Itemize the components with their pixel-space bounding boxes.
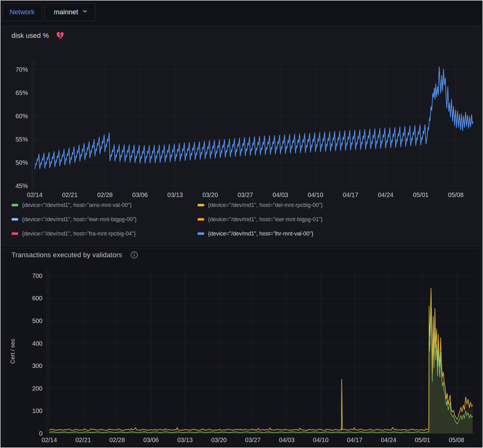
panel-disk-used-title[interactable]: disk used % [11, 32, 49, 40]
dashboard: Network mainnet disk used % 02/1402/2102… [1, 1, 482, 446]
svg-text:04/03: 04/03 [273, 191, 288, 198]
network-variable-label: Network [2, 3, 42, 21]
svg-text:500: 500 [32, 317, 42, 324]
legend-item-5[interactable]: {device="/dev/md1", host="lhr-mnt-val-00… [197, 231, 474, 237]
heart-break-icon[interactable] [56, 31, 64, 40]
svg-text:03/06: 03/06 [132, 191, 148, 198]
svg-text:04/10: 04/10 [313, 437, 329, 443]
svg-text:04/24: 04/24 [378, 191, 393, 198]
disk-used-legend: {device="/dev/md1", host="ams-mnt-val-00… [11, 202, 474, 237]
svg-text:02/28: 02/28 [109, 437, 125, 443]
svg-text:400: 400 [32, 340, 42, 347]
legend-swatch [11, 218, 18, 221]
svg-text:04/03: 04/03 [279, 437, 295, 443]
validator-transactions-chart[interactable]: 02/1402/2102/2803/0603/1303/2003/2704/03… [3, 249, 480, 444]
svg-text:03/27: 03/27 [237, 191, 253, 198]
legend-swatch [11, 204, 18, 206]
info-circle-icon[interactable] [130, 251, 138, 259]
panel-disk-used: disk used % 02/1402/2102/2803/0603/1303/… [2, 25, 481, 246]
chevron-down-icon [82, 8, 88, 16]
legend-item-2[interactable]: {device="/dev/md1", host="ewr-mnt-bigpg-… [11, 216, 197, 222]
legend-label: {device="/dev/md1", host="ewr-mnt-bigpg-… [22, 216, 137, 222]
svg-text:50%: 50% [16, 159, 28, 166]
svg-text:55%: 55% [16, 136, 28, 143]
svg-text:45%: 45% [16, 182, 28, 189]
svg-text:0: 0 [39, 430, 42, 437]
legend-swatch [197, 204, 204, 206]
svg-text:03/20: 03/20 [202, 191, 218, 198]
legend-swatch [197, 218, 204, 221]
legend-item-0[interactable]: {device="/dev/md1", host="ams-mnt-val-00… [11, 202, 197, 208]
svg-text:05/08: 05/08 [448, 191, 463, 198]
svg-text:70%: 70% [16, 66, 28, 73]
svg-text:04/17: 04/17 [343, 191, 358, 198]
svg-text:04/24: 04/24 [381, 437, 396, 443]
svg-text:02/21: 02/21 [62, 191, 78, 198]
svg-text:Cert / sec: Cert / sec [9, 338, 16, 364]
svg-text:300: 300 [32, 362, 42, 369]
svg-text:04/17: 04/17 [347, 437, 362, 443]
svg-text:03/13: 03/13 [167, 191, 183, 198]
legend-label: {device="/dev/md1", host="ewr-mnt-bigpg-… [208, 216, 323, 222]
svg-text:100: 100 [32, 407, 42, 414]
panel-validator-transactions-title[interactable]: Transactions executed by validators [11, 251, 122, 259]
disk-used-chart[interactable]: 02/1402/2102/2803/0603/1303/2003/2704/03… [3, 26, 480, 199]
dashboard-controls: Network mainnet [2, 2, 481, 24]
svg-text:05/01: 05/01 [415, 437, 430, 443]
network-label-text: Network [10, 8, 35, 16]
svg-text:04/10: 04/10 [308, 191, 323, 198]
legend-item-3[interactable]: {device="/dev/md1", host="ewr-mnt-bigpg-… [197, 216, 474, 222]
svg-text:03/13: 03/13 [177, 437, 193, 443]
svg-text:05/08: 05/08 [449, 437, 464, 443]
network-variable-dropdown[interactable]: mainnet [44, 3, 95, 21]
svg-text:700: 700 [32, 272, 42, 279]
svg-text:02/28: 02/28 [97, 191, 113, 198]
svg-text:02/14: 02/14 [27, 191, 42, 198]
legend-label: {device="/dev/md1", host="del-mnt-rpcbig… [208, 202, 323, 208]
network-value-text[interactable]: mainnet [54, 8, 78, 16]
legend-label: {device="/dev/md1", host="fra-mnt-rpcbig… [22, 231, 136, 237]
legend-item-4[interactable]: {device="/dev/md1", host="fra-mnt-rpcbig… [11, 231, 197, 237]
svg-text:02/21: 02/21 [75, 437, 91, 443]
svg-text:200: 200 [32, 385, 42, 392]
svg-text:60%: 60% [16, 113, 28, 119]
panel-validator-transactions: Transactions executed by validators 02/1… [2, 248, 481, 444]
svg-text:03/06: 03/06 [143, 437, 159, 443]
svg-text:05/01: 05/01 [413, 191, 428, 198]
svg-text:65%: 65% [16, 89, 28, 96]
svg-text:03/20: 03/20 [211, 437, 227, 443]
svg-text:03/27: 03/27 [245, 437, 261, 443]
svg-text:600: 600 [32, 295, 42, 302]
legend-swatch [11, 232, 18, 235]
legend-swatch [197, 232, 204, 235]
legend-label: {device="/dev/md1", host="lhr-mnt-val-00… [208, 231, 313, 237]
legend-label: {device="/dev/md1", host="ams-mnt-val-00… [22, 202, 132, 208]
svg-text:02/14: 02/14 [42, 437, 57, 443]
legend-item-1[interactable]: {device="/dev/md1", host="del-mnt-rpcbig… [197, 202, 474, 208]
